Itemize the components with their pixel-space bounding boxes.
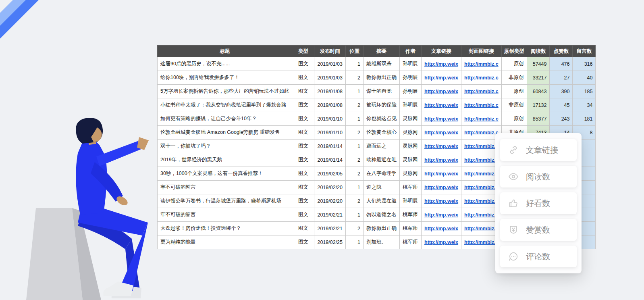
cover-url-link[interactable]: http://mmbiz.c — [464, 102, 499, 108]
article-url-link[interactable]: http://mp.weix — [424, 102, 458, 108]
cell-author: 灵脉网 — [400, 112, 422, 126]
eye-icon — [508, 171, 519, 182]
cell-link: http://mp.weix — [422, 181, 461, 194]
cover-url-link[interactable]: http://mmbiz.c — [464, 130, 499, 135]
cell-pos: 1 — [346, 140, 364, 153]
cell-reads: 85377 — [527, 112, 550, 126]
article-url-link[interactable]: http://mp.weix — [424, 116, 458, 122]
cell-date: 2019/01/10 — [314, 126, 346, 140]
cell-title: 这届90后的黑历史，说不完...... — [158, 57, 292, 71]
cover-url-link[interactable]: http://mmbiz.c — [464, 171, 499, 177]
cell-date: 2019/01/14 — [314, 153, 346, 167]
cell-date: 2019/01/10 — [314, 112, 346, 126]
cell-author: 桃军师 — [400, 208, 422, 222]
article-url-link[interactable]: http://mp.weix — [424, 198, 458, 204]
cell-author: 灵脉网 — [400, 153, 422, 167]
corner-ribbon-decoration — [0, 0, 48, 48]
cell-summary: 教你做出正确 — [364, 71, 400, 85]
cell-type: 图文 — [292, 57, 314, 71]
cell-title: 2019年，世界经济的黑天鹅 — [158, 153, 292, 167]
article-url-link[interactable]: http://mp.weix — [424, 226, 458, 231]
popup-item-article-link[interactable]: 文章链接 — [500, 139, 577, 161]
article-url-link[interactable]: http://mp.weix — [424, 130, 458, 135]
cell-date: 2019/01/08 — [314, 98, 346, 112]
cover-url-link[interactable]: http://mmbiz.c — [464, 198, 499, 204]
cover-url-link[interactable]: http://mmbiz.c — [464, 185, 499, 190]
cell-summary: 欧神最近在吐 — [364, 153, 400, 167]
article-url-link[interactable]: http://mp.weix — [424, 240, 458, 245]
thumb-up-icon — [508, 198, 519, 208]
popup-item-label: 好看数 — [526, 198, 550, 209]
cell-pos: 2 — [346, 126, 364, 140]
cover-url-link[interactable]: http://mmbiz.c — [464, 116, 499, 122]
cover-url-link[interactable]: http://mmbiz.c — [464, 89, 499, 94]
cell-cover: http://mmbiz.c — [461, 98, 502, 112]
cell-title: 30秒，1000个文案灵感，这有一份真香推荐！ — [158, 167, 292, 181]
article-url-link[interactable]: http://mp.weix — [424, 185, 458, 190]
cell-title: 牢不可破的誓言 — [158, 181, 292, 194]
article-url-link[interactable]: http://mp.weix — [424, 157, 458, 163]
header-row: 标题类型发布时间位置摘要作者文章链接封面图链接原创类型阅读数点赞数留言数 — [158, 46, 596, 57]
cell-summary: 伦敦黄金核心 — [364, 126, 400, 140]
cell-title: 给你100块，别再给我发拼多多了！ — [158, 71, 292, 85]
popup-item-reward-count[interactable]: 赞赏数 — [500, 219, 577, 241]
cell-pos: 1 — [346, 57, 364, 71]
cell-cover: http://mmbiz.c — [461, 57, 502, 71]
cell-author: 灵脉网 — [400, 140, 422, 153]
cell-likes: 27 — [550, 71, 573, 85]
cell-title: 小红书种草太狠了：我从交智商税笔记里学到了爆款套路 — [158, 98, 292, 112]
popup-item-like-count[interactable]: 好看数 — [500, 192, 577, 214]
cell-likes: 476 — [550, 57, 573, 71]
cell-cover: http://mmbiz.c — [461, 71, 502, 85]
table-row: 5万字增长案例拆解告诉你，那些大厂的营销玩法不过如此图文2019/01/081谋… — [158, 85, 596, 98]
cell-pos: 1 — [346, 85, 364, 98]
cell-link: http://mp.weix — [422, 126, 461, 140]
cell-title: 如何更有策略的赚钱，让自己少奋斗10年？ — [158, 112, 292, 126]
cell-type: 图文 — [292, 194, 314, 208]
cell-summary: 被玩坏的保险 — [364, 98, 400, 112]
cell-type: 图文 — [292, 167, 314, 181]
article-url-link[interactable]: http://mp.weix — [424, 75, 458, 81]
cell-summary: 在八字命理学 — [364, 167, 400, 181]
cell-date: 2019/01/14 — [314, 140, 346, 153]
cover-url-link[interactable]: http://mmbiz.c — [464, 75, 499, 81]
column-header-cover: 封面图链接 — [461, 46, 502, 57]
cell-link: http://mp.weix — [422, 112, 461, 126]
cell-link: http://mp.weix — [422, 208, 461, 222]
article-url-link[interactable]: http://mp.weix — [424, 144, 458, 149]
cover-url-link[interactable]: http://mmbiz.c — [464, 212, 499, 218]
column-header-type: 类型 — [292, 46, 314, 57]
article-url-link[interactable]: http://mp.weix — [424, 89, 458, 94]
cell-title: 大盘起涨！房价走低！投资选哪个？ — [158, 222, 292, 235]
metrics-popup: 文章链接 阅读数 好看数 赞赏数 — [495, 133, 582, 273]
popup-item-read-count[interactable]: 阅读数 — [500, 166, 577, 188]
popup-item-label: 赞赏数 — [526, 225, 550, 235]
cell-comments: 181 — [573, 112, 596, 126]
cover-url-link[interactable]: http://mmbiz.c — [464, 61, 499, 67]
article-url-link[interactable]: http://mp.weix — [424, 171, 458, 177]
cover-url-link[interactable]: http://mmbiz.c — [464, 144, 499, 149]
cell-type: 图文 — [292, 181, 314, 194]
cover-url-link[interactable]: http://mmbiz.c — [464, 157, 499, 163]
cell-author: 灵脉网 — [400, 167, 422, 181]
cell-title: 伦敦金融城黄金腹地 Amazon Google旁新房 重磅发售 — [158, 126, 292, 140]
cell-date: 2019/02/20 — [314, 194, 346, 208]
cell-summary: 别加班。 — [364, 235, 400, 249]
cell-link: http://mp.weix — [422, 222, 461, 235]
popup-item-comment-count[interactable]: 评论数 — [500, 246, 577, 267]
article-url-link[interactable]: http://mp.weix — [424, 61, 458, 67]
cell-summary: 道之隐 — [364, 181, 400, 194]
cell-link: http://mp.weix — [422, 167, 461, 181]
link-icon — [508, 145, 519, 155]
cover-url-link[interactable]: http://mmbiz.c — [464, 240, 499, 245]
article-url-link[interactable]: http://mp.weix — [424, 212, 458, 218]
cell-pos: 2 — [346, 167, 364, 181]
cell-type: 图文 — [292, 222, 314, 235]
cell-author: 孙明展 — [400, 57, 422, 71]
cell-link: http://mp.weix — [422, 153, 461, 167]
popup-item-label: 文章链接 — [526, 145, 558, 156]
cover-url-link[interactable]: http://mmbiz.c — [464, 226, 499, 231]
cell-date: 2019/02/25 — [314, 235, 346, 249]
cell-author: 孙明展 — [400, 85, 422, 98]
cell-title: 牢不可破的誓言 — [158, 208, 292, 222]
